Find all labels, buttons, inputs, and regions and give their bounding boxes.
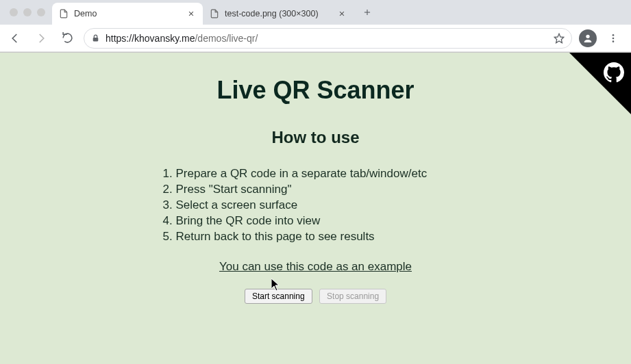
toolbar: https://khovansky.me/demos/live-qr/ [0,25,631,52]
menu-button[interactable] [604,29,623,48]
controls: Start scanning Stop scanning [0,289,631,304]
how-to-heading: How to use [0,128,631,147]
list-item: Bring the QR code into view [176,213,473,229]
reload-button[interactable] [58,29,77,48]
back-button[interactable] [5,29,25,48]
page-content: Live QR Scanner How to use Prepare a QR … [0,53,631,364]
tab-test-code[interactable]: test-code.png (300×300) [203,3,354,25]
list-item: Press "Start scanning" [176,182,473,198]
github-corner-badge[interactable] [564,53,631,120]
steps-list: Prepare a QR code in a separate tab/wind… [158,166,473,245]
file-icon [59,9,69,18]
tab-bar: Demo test-code.png (300×300) [0,0,631,25]
browser-chrome: Demo test-code.png (300×300) [0,0,631,53]
octocat-icon [604,62,624,83]
lock-icon [91,34,100,42]
list-item: Prepare a QR code in a separate tab/wind… [176,166,473,182]
url-path: /demos/live-qr/ [195,33,258,44]
svg-point-11 [613,40,615,42]
svg-rect-6 [93,38,99,41]
forward-button[interactable] [32,29,51,48]
svg-marker-7 [554,34,563,42]
tab-title: Demo [74,9,181,18]
file-icon [210,9,219,18]
window-close-dot[interactable] [10,8,18,16]
address-bar[interactable]: https://khovansky.me/demos/live-qr/ [84,28,572,49]
window-minimize-dot[interactable] [23,8,32,16]
stop-scanning-button[interactable]: Stop scanning [319,289,386,304]
tab-demo[interactable]: Demo [52,3,203,25]
page-title: Live QR Scanner [0,76,631,105]
tab-title: test-code.png (300×300) [225,9,332,18]
profile-avatar-icon[interactable] [579,29,597,47]
bookmark-star-icon[interactable] [554,33,565,44]
close-icon[interactable] [186,9,196,18]
url-host: https://khovansky.me [106,33,195,44]
new-tab-button[interactable] [358,3,377,22]
svg-point-9 [613,34,615,36]
window-maximize-dot[interactable] [37,8,45,16]
start-scanning-button[interactable]: Start scanning [245,289,312,304]
close-icon[interactable] [337,9,347,18]
example-code-link[interactable]: You can use this code as an example [0,260,631,274]
url-text: https://khovansky.me/demos/live-qr/ [106,33,258,44]
list-item: Return back to this page to see results [176,229,473,245]
svg-point-10 [613,37,615,39]
svg-point-8 [586,34,589,38]
window-controls [5,8,52,16]
list-item: Select a screen surface [176,198,473,213]
